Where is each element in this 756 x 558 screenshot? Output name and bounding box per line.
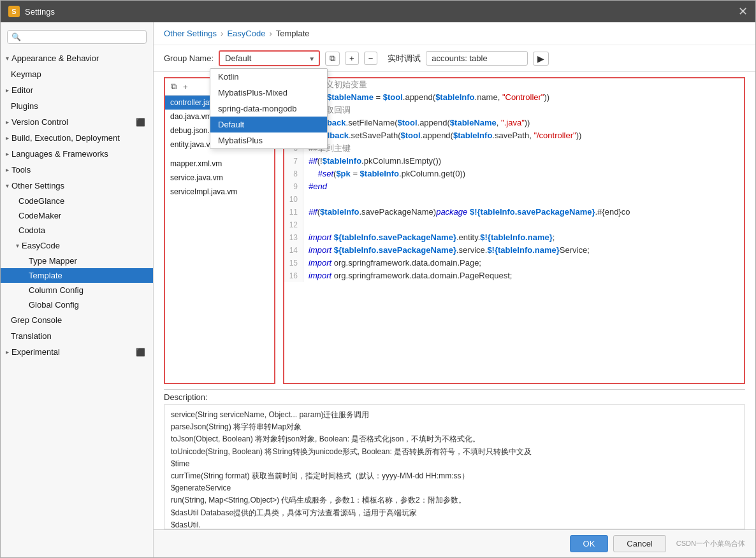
sidebar: 🔍 ▾ Appearance & Behavior Keymap ▸ Edito… — [1, 22, 154, 557]
sidebar-item-tools[interactable]: ▸ Tools — [1, 162, 153, 178]
label: Grep Console — [11, 315, 62, 325]
dropdown-option-spring-mongodb[interactable]: spring-data-mongodb — [210, 101, 327, 117]
vc-icon: ⬛ — [136, 118, 145, 127]
title-bar-left: S Settings — [8, 6, 55, 17]
close-button[interactable]: ✕ — [738, 6, 748, 17]
easycode-children: Type Mapper Template Column Config Globa… — [1, 254, 153, 312]
desc-line: run(String, Map<String,Object>) 代码生成服务，参… — [171, 494, 738, 506]
settings-dialog: S Settings ✕ 🔍 ▾ Appearance & Behavior K… — [0, 0, 756, 558]
sidebar-item-column-config[interactable]: Column Config — [1, 283, 153, 297]
label: Experimental — [11, 347, 60, 357]
code-line-13: 13 import ${tableInfo.savePackageName}.e… — [284, 231, 744, 244]
sidebar-label-editor: Editor — [11, 85, 33, 95]
realtime-select[interactable]: accounts: table — [426, 51, 528, 66]
sidebar-item-codota[interactable]: Codota — [1, 223, 153, 238]
label: Global Config — [29, 300, 79, 310]
sidebar-item-languages[interactable]: ▸ Languages & Frameworks — [1, 146, 153, 162]
code-line-9: 9 #end — [284, 180, 744, 193]
file-item-service[interactable]: service.java.vm — [165, 171, 274, 185]
chevron-icon: ▸ — [6, 118, 9, 125]
code-line-10: 10 — [284, 193, 744, 206]
code-line-1: 1 ##定义初始变量 — [284, 78, 744, 91]
file-item-mapper[interactable]: mapper.xml.vm — [165, 157, 274, 171]
label: CodeMaker — [18, 211, 61, 220]
dropdown-option-default[interactable]: Default — [210, 117, 327, 132]
remove-button[interactable]: − — [364, 52, 378, 65]
ok-button[interactable]: OK — [570, 535, 609, 552]
title-bar: S Settings ✕ — [1, 1, 755, 22]
sidebar-item-easycode[interactable]: ▾ EasyCode — [1, 238, 153, 254]
breadcrumb-easycode[interactable]: EasyCode — [227, 29, 265, 38]
sidebar-label-vc: Version Control — [11, 117, 68, 127]
code-line-12: 12 — [284, 218, 744, 231]
code-line-14: 14 import ${tableInfo.savePackageName}.s… — [284, 244, 744, 257]
breadcrumb-other-settings[interactable]: Other Settings — [164, 29, 217, 38]
label: CodeGlance — [18, 196, 64, 206]
file-item-serviceimpl[interactable]: serviceImpl.java.vm — [165, 185, 274, 199]
realtime-dropdown-wrapper: accounts: table — [426, 51, 528, 66]
sidebar-item-appearance[interactable]: ▾ Appearance & Behavior — [1, 50, 153, 66]
file-copy-button[interactable]: ⧉ — [169, 81, 178, 92]
sidebar-label-other: Other Settings — [11, 181, 64, 190]
desc-line: currTime(String format) 获取当前时间，指定时间格式（默认… — [171, 470, 738, 482]
desc-line: $dasUtil. — [171, 519, 738, 529]
watermark: CSDN一个小菜鸟合体 — [676, 539, 745, 548]
code-editor[interactable]: 1 ##定义初始变量 2 #set($tableName = $tool.app… — [284, 78, 744, 383]
search-icon: 🔍 — [11, 32, 21, 41]
chevron-icon: ▸ — [6, 150, 9, 157]
sidebar-item-codeglance[interactable]: CodeGlance — [1, 194, 153, 208]
description-content[interactable]: service(String serviceName, Object... pa… — [164, 404, 745, 529]
search-input[interactable] — [24, 32, 142, 41]
breadcrumb: Other Settings › EasyCode › Template — [154, 22, 755, 45]
desc-line: parseJson(String) 将字符串转Map对象 — [171, 421, 738, 433]
desc-line: service(String serviceName, Object... pa… — [171, 409, 738, 421]
code-editor-panel: 1 ##定义初始变量 2 #set($tableName = $tool.app… — [283, 77, 745, 384]
dialog-footer: OK Cancel CSDN一个小菜鸟合体 — [154, 529, 755, 557]
run-icon: ▶ — [537, 54, 544, 64]
copy-button[interactable]: ⧉ — [325, 52, 340, 66]
label: Codota — [18, 225, 45, 235]
cancel-button[interactable]: Cancel — [613, 535, 665, 552]
code-line-11: 11 #if($tableInfo.savePackageName)packag… — [284, 206, 744, 218]
desc-line: $generateService — [171, 482, 738, 494]
sidebar-item-translation[interactable]: Translation — [1, 328, 153, 344]
sidebar-item-keymap[interactable]: Keymap — [1, 66, 153, 82]
search-box[interactable]: 🔍 — [7, 30, 147, 44]
desc-line: toUnicode(String, Boolean) 将String转换为uni… — [171, 446, 738, 458]
label: Template — [29, 271, 62, 280]
dialog-body: 🔍 ▾ Appearance & Behavior Keymap ▸ Edito… — [1, 22, 755, 557]
dropdown-option-mybatisplus-mixed[interactable]: MybatisPlus-Mixed — [210, 85, 327, 101]
label: EasyCode — [22, 241, 60, 250]
file-add-button[interactable]: + — [181, 82, 190, 92]
dropdown-option-mybatisplus[interactable]: MybatisPlus — [210, 132, 327, 148]
group-dropdown-wrapper: Default ▼ — [219, 50, 320, 66]
desc-line: $time — [171, 458, 738, 470]
group-dropdown-popup: Kotlin MybatisPlus-Mixed spring-data-mon… — [210, 68, 328, 149]
main-content: Other Settings › EasyCode › Template Gro… — [154, 22, 755, 557]
sidebar-label-languages: Languages & Frameworks — [11, 149, 108, 159]
dropdown-option-kotlin[interactable]: Kotlin — [210, 69, 327, 85]
sidebar-item-editor[interactable]: ▸ Editor — [1, 82, 153, 98]
sidebar-item-experimental[interactable]: ▸ Experimental ⬛ — [1, 344, 153, 360]
breadcrumb-template: Template — [276, 29, 310, 38]
sidebar-item-other-settings[interactable]: ▾ Other Settings — [1, 178, 153, 194]
exp-icon: ⬛ — [136, 348, 145, 357]
group-dropdown[interactable]: Default — [220, 52, 319, 65]
sidebar-item-codemaker[interactable]: CodeMaker — [1, 208, 153, 223]
chevron-icon: ▸ — [6, 134, 9, 141]
description-label: Description: — [164, 390, 745, 404]
sidebar-item-version-control[interactable]: ▸ Version Control ⬛ — [1, 114, 153, 130]
app-icon: S — [8, 6, 20, 17]
label: Column Config — [29, 285, 84, 295]
sidebar-item-template[interactable]: Template — [1, 268, 153, 283]
sidebar-item-build[interactable]: ▸ Build, Execution, Deployment — [1, 130, 153, 146]
add-button[interactable]: + — [345, 52, 359, 65]
sidebar-item-type-mapper[interactable]: Type Mapper — [1, 254, 153, 268]
chevron-icon: ▸ — [6, 166, 9, 173]
run-button[interactable]: ▶ — [533, 52, 549, 66]
sidebar-label-tools: Tools — [11, 165, 31, 175]
sidebar-item-grep-console[interactable]: Grep Console — [1, 312, 153, 328]
desc-line: toJson(Object, Boolean) 将对象转json对象, Bool… — [171, 433, 738, 445]
sidebar-item-global-config[interactable]: Global Config — [1, 297, 153, 312]
sidebar-item-plugins[interactable]: Plugins — [1, 98, 153, 114]
